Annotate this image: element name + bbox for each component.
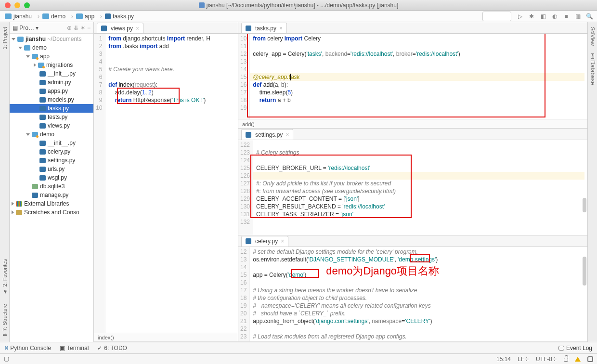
right-tool-rail: SciView 🗄 Database: [587, 22, 597, 342]
editor-celery-code[interactable]: 121314151617181920212223 # set the defau…: [238, 247, 587, 341]
ide-window: jianshu [~/Documents/python/item/jianshu…: [0, 0, 597, 364]
encoding[interactable]: UTF-8≑: [536, 356, 557, 363]
status-bar: ▢ 15:14 LF≑ UTF-8≑: [0, 353, 597, 364]
tree-file[interactable]: apps.py: [10, 87, 93, 95]
tree-file[interactable]: manage.py: [10, 191, 93, 199]
python-file-icon: [105, 13, 111, 19]
event-log-button[interactable]: Event Log: [558, 345, 592, 351]
gutter: 121314151617181920212223: [238, 247, 250, 341]
editor-pane-celery: celery.py× 121314151617181920212223 # se…: [238, 235, 587, 341]
editor-tasks-code[interactable]: 10111213141516171819 from celery import …: [238, 34, 587, 119]
breadcrumb-item[interactable]: jianshu: [3, 12, 36, 21]
stop-button[interactable]: ■: [561, 12, 571, 21]
gutter: 122123124125126127128129130131132: [238, 140, 253, 234]
close-tab-icon[interactable]: ×: [286, 131, 289, 138]
tab-settings[interactable]: settings.py×: [241, 129, 293, 140]
readonly-lock-icon[interactable]: [564, 358, 568, 362]
breadcrumb-item[interactable]: tasks.py: [98, 12, 138, 21]
editor-pane-settings: settings.py× 122123124125126127128129130…: [238, 128, 587, 234]
annotation-label: demo为Django项目名称: [326, 267, 439, 275]
tree-folder[interactable]: app: [10, 52, 93, 61]
run-config-dropdown[interactable]: [482, 12, 511, 21]
close-tab-icon[interactable]: ×: [281, 238, 284, 245]
bottom-toolbar: ⌘Python Console ▣Terminal ✓6: TODO Event…: [0, 342, 597, 353]
inspections-icon[interactable]: [575, 357, 581, 362]
terminal-button[interactable]: ▣Terminal: [60, 345, 89, 351]
tree-folder[interactable]: demo: [10, 43, 93, 52]
git-loop-icon[interactable]: [587, 356, 593, 362]
editor-settings-code[interactable]: 122123124125126127128129130131132 # Cele…: [238, 140, 587, 234]
python-file-icon: [101, 26, 107, 31]
tree-libraries[interactable]: External Libraries: [10, 199, 93, 208]
caret-position[interactable]: 15:14: [496, 356, 511, 363]
tree-file[interactable]: wsgi.py: [10, 173, 93, 182]
project-tool-button[interactable]: 1: Project: [1, 25, 9, 51]
tree-file[interactable]: __init__.py: [10, 69, 93, 78]
breadcrumbs: jianshu demo app tasks.py: [3, 12, 138, 21]
gutter: 10111213141516171819: [238, 34, 250, 119]
settings-icon[interactable]: ✶: [80, 25, 85, 31]
editor-pane-views: views.py× 12345678910 from django.shortc…: [94, 22, 238, 341]
close-tab-icon[interactable]: ×: [136, 25, 139, 32]
breadcrumb-item[interactable]: app: [69, 12, 98, 21]
tab-celery[interactable]: celery.py×: [241, 236, 288, 247]
close-tab-icon[interactable]: ×: [279, 25, 283, 32]
tree-file[interactable]: models.py: [10, 95, 93, 104]
search-button[interactable]: 🔍: [584, 12, 594, 21]
editor-views-code[interactable]: 12345678910 from django.shortcuts import…: [94, 34, 238, 333]
tree-folder[interactable]: migrations: [10, 61, 93, 69]
project-panel: ▤ Pro… ▾ ⊕ ⇊ ✶ − jianshu ~/Documents dem…: [10, 22, 94, 342]
tree-file[interactable]: settings.py: [10, 156, 93, 165]
structure-tool-button[interactable]: ⥮ 7: Structure: [0, 302, 9, 339]
tree-file[interactable]: db.sqlite3: [10, 182, 93, 191]
coverage-button[interactable]: ◧: [538, 12, 548, 21]
left-tool-rail: 1: Project ★ 2: Favorites ⥮ 7: Structure: [0, 22, 10, 342]
tree-file[interactable]: views.py: [10, 121, 93, 130]
line-ending[interactable]: LF≑: [518, 356, 529, 363]
scroll-from-source-icon[interactable]: ⊕: [67, 25, 72, 31]
project-panel-header: ▤ Pro… ▾ ⊕ ⇊ ✶ −: [10, 22, 93, 34]
layout-button[interactable]: ▥: [573, 12, 583, 21]
python-console-button[interactable]: ⌘Python Console: [5, 345, 51, 351]
tree-scratches[interactable]: Scratches and Conso: [10, 208, 93, 217]
tree-file[interactable]: admin.py: [10, 78, 93, 87]
sciview-tool-button[interactable]: SciView: [589, 25, 597, 48]
breadcrumb-item[interactable]: demo: [36, 12, 69, 21]
event-log-icon: [558, 346, 564, 351]
tree-file[interactable]: __init__.py: [10, 139, 93, 147]
favorites-tool-button[interactable]: ★ 2: Favorites: [0, 257, 9, 297]
window-title: jianshu [~/Documents/python/item/jianshu…: [0, 2, 597, 9]
hide-icon[interactable]: −: [87, 25, 91, 31]
folder-icon: [42, 13, 49, 19]
todo-button[interactable]: ✓6: TODO: [97, 345, 127, 351]
scrollbar-thumb[interactable]: [583, 257, 586, 286]
tree-file[interactable]: tests.py: [10, 113, 93, 121]
titlebar: jianshu [~/Documents/python/item/jianshu…: [0, 0, 597, 11]
tab-tasks[interactable]: tasks.py×: [241, 23, 287, 33]
profile-button[interactable]: ◐: [550, 12, 559, 21]
scrollbar-thumb[interactable]: [583, 198, 586, 212]
run-button[interactable]: ▷: [515, 12, 525, 21]
collapse-all-icon[interactable]: ⇊: [74, 25, 78, 31]
database-tool-button[interactable]: 🗄 Database: [588, 52, 597, 87]
folder-icon: [5, 13, 12, 19]
editor-tabs: views.py×: [94, 22, 238, 34]
breadcrumb-toolbar: jianshu demo app tasks.py ▷ ✱ ◧ ◐ ■ ▥ 🔍: [0, 11, 597, 22]
debug-button[interactable]: ✱: [527, 12, 536, 21]
tree-file[interactable]: celery.py: [10, 147, 93, 156]
editor-breadcrumb[interactable]: add(): [238, 119, 587, 128]
tree-file[interactable]: urls.py: [10, 165, 93, 173]
project-combo[interactable]: ▤ Pro… ▾: [13, 25, 39, 31]
tool-window-toggle[interactable]: ▢: [4, 355, 12, 363]
gutter: 12345678910: [94, 34, 105, 333]
project-tree[interactable]: jianshu ~/Documents demo app migrations …: [10, 34, 93, 342]
tree-root[interactable]: jianshu ~/Documents: [10, 35, 93, 43]
toolbar-buttons: ▷ ✱ ◧ ◐ ■ ▥ 🔍: [482, 12, 594, 21]
editor-breadcrumb[interactable]: index(): [94, 333, 238, 341]
folder-icon: [76, 13, 83, 19]
tree-file-selected[interactable]: tasks.py: [10, 104, 93, 113]
editor-area: views.py× 12345678910 from django.shortc…: [94, 22, 587, 342]
tab-views[interactable]: views.py×: [97, 23, 143, 33]
tree-folder[interactable]: demo: [10, 130, 93, 139]
code-content[interactable]: from django.shortcuts import render, Hfr…: [105, 34, 238, 333]
